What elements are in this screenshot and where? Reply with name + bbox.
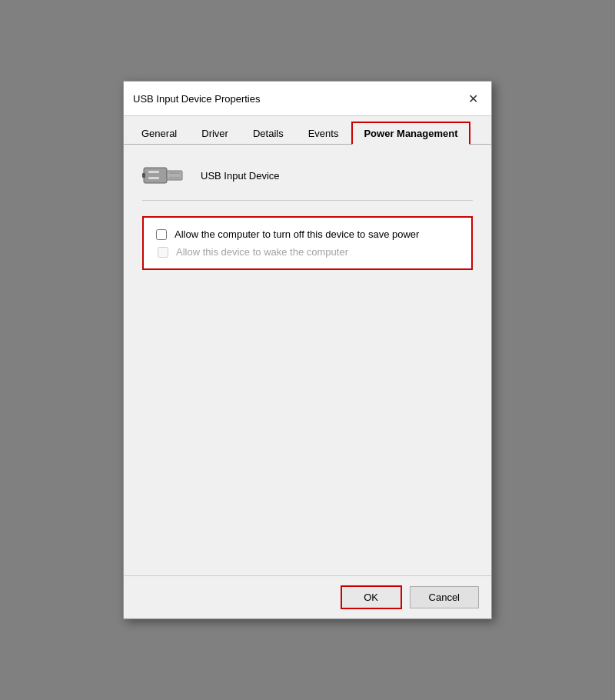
dialog-title: USB Input Device Properties	[133, 93, 260, 105]
tab-driver[interactable]: Driver	[190, 122, 240, 145]
dialog-window: USB Input Device Properties ✕ General Dr…	[123, 81, 492, 619]
tab-details[interactable]: Details	[241, 122, 295, 145]
close-button[interactable]: ✕	[464, 89, 482, 108]
content-area: USB Input Device Allow the computer to t…	[124, 145, 491, 575]
allow-turn-off-row: Allow the computer to turn off this devi…	[156, 228, 459, 240]
allow-wake-row: Allow this device to wake the computer	[156, 246, 459, 258]
title-bar: USB Input Device Properties ✕	[124, 82, 491, 116]
tab-bar: General Driver Details Events Power Mana…	[124, 116, 491, 145]
allow-turn-off-checkbox[interactable]	[156, 229, 167, 240]
allow-wake-checkbox[interactable]	[158, 247, 168, 258]
tab-general[interactable]: General	[130, 122, 188, 145]
svg-rect-4	[142, 173, 145, 178]
cancel-button[interactable]: Cancel	[410, 586, 479, 608]
device-name: USB Input Device	[201, 170, 280, 182]
options-section: Allow the computer to turn off this devi…	[142, 216, 473, 270]
svg-rect-0	[144, 168, 167, 183]
tab-events[interactable]: Events	[297, 122, 351, 145]
device-header: USB Input Device	[142, 160, 473, 201]
tab-power-management[interactable]: Power Management	[351, 122, 470, 145]
svg-rect-3	[148, 177, 159, 179]
button-bar: OK Cancel	[124, 575, 491, 618]
svg-rect-1	[167, 171, 182, 180]
svg-rect-2	[148, 171, 159, 173]
allow-wake-label: Allow this device to wake the computer	[176, 246, 348, 258]
ok-button[interactable]: OK	[341, 585, 402, 609]
allow-turn-off-label: Allow the computer to turn off this devi…	[175, 228, 419, 240]
device-icon	[142, 160, 188, 191]
